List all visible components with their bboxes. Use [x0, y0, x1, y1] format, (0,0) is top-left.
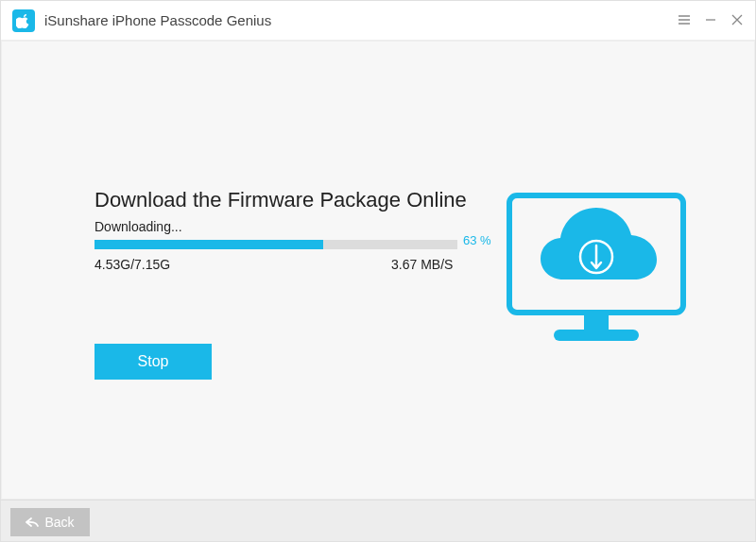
svg-rect-2: [554, 330, 639, 341]
monitor-cloud-illustration: [507, 193, 686, 353]
svg-rect-1: [584, 313, 609, 330]
back-label: Back: [44, 515, 74, 530]
stop-button[interactable]: Stop: [94, 344, 212, 380]
progress-bar: [94, 240, 457, 249]
download-status: Downloading...: [94, 219, 182, 234]
minimize-icon[interactable]: [704, 13, 717, 28]
download-size: 4.53G/7.15G: [94, 257, 170, 272]
apple-icon: [16, 13, 31, 28]
progress-percent: 63 %: [463, 233, 491, 247]
content-area: Download the Firmware Package Online Dow…: [1, 41, 755, 500]
page-title: Download the Firmware Package Online: [94, 188, 467, 212]
download-speed: 3.67 MB/S: [391, 257, 453, 272]
app-logo: [12, 9, 35, 32]
app-title: iSunshare iPhone Passcode Genius: [44, 12, 678, 28]
progress-fill: [94, 240, 323, 249]
menu-icon[interactable]: [678, 13, 691, 28]
back-button[interactable]: Back: [10, 508, 90, 536]
close-icon[interactable]: [730, 13, 744, 28]
title-bar: iSunshare iPhone Passcode Genius: [1, 1, 755, 41]
footer-bar: Back: [1, 500, 755, 542]
cloud-icon: [541, 208, 657, 279]
back-arrow-icon: [26, 517, 39, 528]
